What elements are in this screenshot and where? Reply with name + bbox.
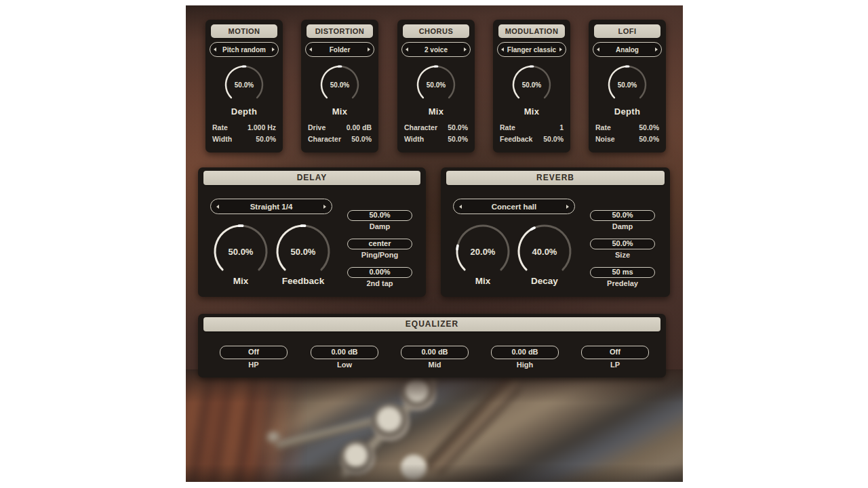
param-value[interactable]: 50.0% <box>543 134 564 145</box>
knob-label: Depth <box>205 106 283 117</box>
page-background: MOTION Pitch random 50.0% Depth Rate 1.0… <box>0 0 868 488</box>
next-arrow-icon[interactable] <box>272 47 275 52</box>
chorus-module: CHORUS 2 voice 50.0% Mix Character 50.0%… <box>397 20 475 152</box>
knob-label: Mix <box>397 106 475 117</box>
mix-knob[interactable]: 50.0% <box>511 64 553 106</box>
depth-knob[interactable]: 50.0% <box>223 64 265 106</box>
low-value-box[interactable]: 0.00 dB <box>311 346 378 359</box>
reverb-type-selector[interactable]: Concert hall <box>453 199 575 214</box>
chorus-preset-selector[interactable]: 2 voice <box>401 42 471 57</box>
knob-label: Depth <box>589 106 666 117</box>
reverb-panel: REVERB Concert hall 20.0% Mix 40.0% Deca… <box>441 167 670 297</box>
knob-value: 20.0% <box>454 223 511 280</box>
mid-band: 0.00 dB Mid <box>401 346 469 369</box>
high-value-box[interactable]: 0.00 dB <box>491 346 559 359</box>
ping-pong-field: center Ping/Pong <box>347 239 412 259</box>
modulation-header-button[interactable]: MODULATION <box>498 24 565 38</box>
next-arrow-icon[interactable] <box>566 205 569 209</box>
chorus-header-button[interactable]: CHORUS <box>403 24 469 38</box>
background-fade <box>186 369 683 482</box>
param-row: Feedback 50.0% <box>493 134 570 145</box>
hp-band: Off HP <box>220 346 288 369</box>
param-label: Noise <box>595 134 615 145</box>
next-arrow-icon[interactable] <box>655 47 658 52</box>
equalizer-header-button[interactable]: EQUALIZER <box>203 317 660 331</box>
delay-time-selector[interactable]: Straight 1/4 <box>210 199 332 214</box>
lp-value-box[interactable]: Off <box>581 346 649 359</box>
param-row: Drive 0.00 dB <box>301 122 378 134</box>
field-label: Damp <box>590 222 655 230</box>
next-arrow-icon[interactable] <box>323 205 326 209</box>
decay-knob[interactable]: 40.0% <box>516 223 573 280</box>
knob-label: Mix <box>454 276 511 286</box>
param-value[interactable]: 0.00 dB <box>347 122 372 134</box>
modulation-preset-selector[interactable]: Flanger classic <box>497 42 566 57</box>
mid-value-box[interactable]: 0.00 dB <box>401 346 469 359</box>
param-label: Character <box>404 122 437 134</box>
knob-label: Mix <box>301 106 378 117</box>
depth-knob[interactable]: 50.0% <box>606 64 648 106</box>
knob-label: Mix <box>212 276 269 286</box>
param-label: Rate <box>595 122 611 134</box>
next-arrow-icon[interactable] <box>464 47 467 52</box>
distortion-preset-selector[interactable]: Folder <box>305 42 374 57</box>
predelay-value-box[interactable]: 50 ms <box>590 267 655 278</box>
reverb-header-button[interactable]: REVERB <box>446 171 665 185</box>
param-row: Rate 1.000 Hz <box>205 122 283 134</box>
field-label: Size <box>590 251 655 259</box>
motion-header-button[interactable]: MOTION <box>211 24 277 38</box>
param-value[interactable]: 50.0% <box>639 134 659 145</box>
delay-panel: DELAY Straight 1/4 50.0% Mix 50.0% Feedb… <box>198 167 426 297</box>
param-value[interactable]: 1 <box>559 122 564 134</box>
lofi-header-button[interactable]: LOFI <box>594 24 660 38</box>
size-field: 50.0% Size <box>590 239 655 259</box>
selector-value: Concert hall <box>462 203 566 211</box>
feedback-knob[interactable]: 50.0% <box>275 223 332 280</box>
param-value[interactable]: 50.0% <box>351 134 372 145</box>
motion-preset-selector[interactable]: Pitch random <box>210 42 279 57</box>
background-artwork <box>186 369 683 482</box>
param-row: Width 50.0% <box>205 134 283 145</box>
delay-header-button[interactable]: DELAY <box>203 171 420 185</box>
modulation-module: MODULATION Flanger classic 50.0% Mix Rat… <box>493 20 570 152</box>
second-tap-value-box[interactable]: 0.00% <box>347 267 412 278</box>
plugin-window: MOTION Pitch random 50.0% Depth Rate 1.0… <box>186 5 683 482</box>
selector-value: Folder <box>312 46 368 54</box>
knob-value: 50.0% <box>606 64 648 106</box>
param-value[interactable]: 50.0% <box>448 122 468 134</box>
param-label: Character <box>308 134 341 145</box>
param-label: Rate <box>212 122 228 134</box>
lofi-preset-selector[interactable]: Analog <box>593 42 662 57</box>
size-value-box[interactable]: 50.0% <box>590 239 655 249</box>
distortion-header-button[interactable]: DISTORTION <box>307 24 373 38</box>
param-label: Drive <box>308 122 326 134</box>
predelay-field: 50 ms Predelay <box>590 267 655 287</box>
lofi-module: LOFI Analog 50.0% Depth Rate 50.0% Noise… <box>589 20 666 152</box>
next-arrow-icon[interactable] <box>368 47 370 52</box>
param-label: Width <box>212 134 232 145</box>
mix-knob[interactable]: 50.0% <box>212 223 269 280</box>
knob-value: 50.0% <box>415 64 457 106</box>
param-value[interactable]: 50.0% <box>639 122 659 134</box>
param-row: Width 50.0% <box>397 134 475 145</box>
damp-value-box[interactable]: 50.0% <box>590 210 655 221</box>
mix-knob[interactable]: 20.0% <box>454 223 511 280</box>
mix-knob[interactable]: 50.0% <box>319 64 361 106</box>
param-value[interactable]: 50.0% <box>448 134 468 145</box>
field-label: 2nd tap <box>347 279 412 287</box>
damp-value-box[interactable]: 50.0% <box>347 210 412 221</box>
next-arrow-icon[interactable] <box>559 47 562 52</box>
param-row: Character 50.0% <box>301 134 378 145</box>
hp-value-box[interactable]: Off <box>220 346 288 359</box>
param-value[interactable]: 50.0% <box>256 134 276 145</box>
ping-pong-value-box[interactable]: center <box>347 239 412 249</box>
param-value[interactable]: 1.000 Hz <box>248 122 276 134</box>
param-row: Rate 50.0% <box>589 122 666 134</box>
motion-module: MOTION Pitch random 50.0% Depth Rate 1.0… <box>205 20 283 152</box>
selector-value: Analog <box>599 46 655 54</box>
knob-value: 50.0% <box>212 223 269 280</box>
band-label: Low <box>311 361 378 369</box>
knob-label: Mix <box>493 106 570 117</box>
field-label: Predelay <box>590 279 655 287</box>
mix-knob[interactable]: 50.0% <box>415 64 457 106</box>
